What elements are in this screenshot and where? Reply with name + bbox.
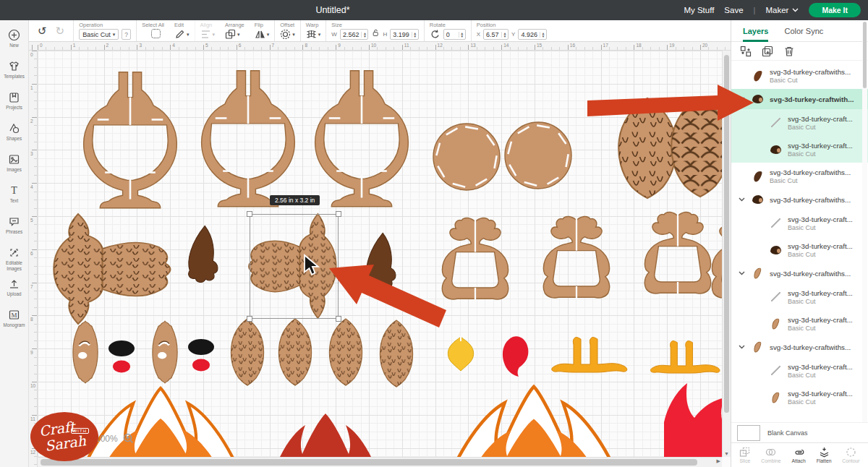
edit-button[interactable]: ▾ [174,29,190,40]
canvas-shape-bag-frame-2[interactable] [543,216,609,299]
warp-button[interactable]: ▾ [306,29,321,40]
layer-group-row[interactable]: svg-3d-turkey-craftwiths... [731,337,868,357]
delete-layer-icon[interactable] [783,46,795,57]
tab-color-sync[interactable]: Color Sync [784,20,823,42]
sidebar-item-shapes[interactable]: Shapes [0,119,29,150]
tab-layers[interactable]: Layers [743,20,768,42]
group-layers-icon[interactable] [740,46,752,57]
chevron-down-icon[interactable] [739,97,745,101]
sidebar-item-new[interactable]: New [0,26,29,57]
selection-handle-top-right[interactable] [336,211,341,217]
layer-row[interactable]: svg-3d-turkey-craft...Basic Cut [731,109,868,136]
canvas-shape-eye-black-2[interactable] [188,339,214,355]
canvas-shape-wing-1[interactable] [189,226,218,282]
canvas-shape-wing-2[interactable] [367,233,396,289]
flip-button[interactable]: ▾ [255,29,270,40]
layer-row[interactable]: svg-3d-turkey-craftwiths...Basic Cut [731,163,868,189]
sidebar-item-monogram[interactable]: M Monogram [0,306,29,337]
canvas-vertical-scrollbar[interactable]: ▼ [722,51,731,457]
operation-help-button[interactable]: ? [122,29,131,40]
slice-button[interactable]: Slice [739,447,750,463]
align-button[interactable]: ▾ [200,29,216,40]
layer-row[interactable]: svg-3d-turkey-craft...Basic Cut [731,236,868,263]
canvas-shape-scallop-body[interactable] [671,97,722,197]
canvas-shape-feather-small-1[interactable] [231,319,263,385]
blank-canvas-row[interactable]: Blank Canvas [731,422,868,442]
layer-row[interactable]: svg-3d-turkey-craft...Basic Cut [731,357,868,384]
my-stuff-link[interactable]: My Stuff [684,6,714,14]
canvas-shape-body-frame-2[interactable] [202,71,295,207]
canvas-shape-feather-small-3[interactable] [329,319,362,385]
width-stepper[interactable]: ▲▼ [361,32,367,38]
selection-handle-top-left[interactable] [247,211,252,217]
canvas-shape-bag-frame-partial[interactable] [712,216,722,299]
zoom-in-icon[interactable] [123,433,134,444]
sidebar-item-projects[interactable]: Projects [0,88,29,119]
width-input[interactable]: 2.562▲▼ [340,29,369,40]
height-input[interactable]: 3.199▲▼ [390,29,419,40]
canvas-shape-head-2[interactable] [153,321,177,383]
canvas-shape-red-flame[interactable] [664,383,722,457]
canvas-shape-tail-cluster-left[interactable] [54,214,170,324]
attach-button[interactable]: Attach [791,447,805,463]
y-stepper[interactable]: ▲▼ [540,32,546,38]
combine-button[interactable]: Combine [761,447,780,463]
rotate-icon[interactable] [430,29,441,40]
lock-icon[interactable] [371,28,380,37]
operation-select[interactable]: Basic Cut▾ [79,29,119,40]
canvas-shape-slot-circle-1[interactable] [433,124,500,190]
arrange-button[interactable]: ▾ [225,29,244,40]
rotate-input[interactable]: 0▲▼ [443,29,466,40]
sidebar-item-editable-images[interactable]: Editable Images [0,244,29,275]
offset-button[interactable]: ▾ [280,29,295,40]
layer-row[interactable]: svg-3d-turkey-craft...Basic Cut [731,210,868,236]
canvas-shape-wattle-dot-1[interactable] [113,361,130,373]
layer-group-row[interactable]: svg-3d-turkey-craftwiths... [731,263,868,283]
select-all-button[interactable] [151,29,161,38]
layer-row[interactable]: svg-3d-turkey-craft...Basic Cut [731,384,868,411]
machine-select[interactable]: Maker [765,6,799,14]
canvas-shape-head-1[interactable] [73,321,98,383]
canvas-shape-feather-small-4[interactable] [380,320,412,387]
canvas-shape-dark-red-flower[interactable] [271,414,380,457]
y-position-input[interactable]: 4.926▲▼ [518,29,547,40]
layer-row[interactable]: svg-3d-turkey-craftwiths...Basic Cut [731,62,868,89]
canvas-shape-beak[interactable] [448,336,473,371]
canvas-shape-body-frame-1[interactable] [84,72,177,208]
selection-box[interactable] [250,214,339,319]
canvas-shape-orange-flower-1[interactable] [79,388,243,457]
chevron-down-icon[interactable] [739,345,745,349]
selection-handle-bottom-right[interactable] [336,316,341,322]
contour-button[interactable]: Contour [842,447,859,463]
height-stepper[interactable]: ▲▼ [412,32,418,38]
canvas-shape-eye-black-1[interactable] [109,340,135,356]
layer-list-scrollbar[interactable]: ▼ [862,22,867,466]
sidebar-item-phrases[interactable]: Phrases [0,213,29,244]
sidebar-item-images[interactable]: Images [0,150,29,181]
canvas-shape-slot-circle-2[interactable] [505,122,571,189]
canvas-shape-feather-body-1[interactable] [618,98,676,198]
layer-row[interactable]: svg-3d-turkey-craft...Basic Cut [731,136,868,163]
make-it-button[interactable]: Make It [809,3,861,17]
canvas-shape-orange-flower-2[interactable] [446,387,621,457]
x-stepper[interactable]: ▲▼ [501,32,508,38]
layer-row[interactable]: svg-3d-turkey-craft...Basic Cut [731,283,868,310]
sidebar-item-templates[interactable]: Templates [0,57,29,88]
redo-button[interactable]: ↻ [56,25,65,38]
save-link[interactable]: Save [724,6,743,14]
sidebar-item-text[interactable]: T Text [0,181,29,213]
canvas-shape-bag-frame-1[interactable] [442,218,508,301]
layer-row[interactable]: svg-3d-turkey-craft...Basic Cut [731,310,868,337]
duplicate-layer-icon[interactable] [762,46,773,57]
canvas-shape-feet-2[interactable] [650,341,720,374]
canvas-shape-wattle[interactable] [503,336,528,377]
rotate-stepper[interactable]: ▲▼ [459,32,465,38]
layer-group-row[interactable]: svg-3d-turkey-craftwiths... [731,189,868,210]
sidebar-item-upload[interactable]: Upload [0,275,29,306]
chevron-down-icon[interactable] [739,271,745,275]
chevron-down-icon[interactable] [739,197,745,202]
selection-handle-bottom-left[interactable] [247,316,252,322]
blank-canvas-swatch[interactable] [737,425,760,441]
canvas-shape-bag-frame-3[interactable] [644,212,710,295]
flatten-button[interactable]: Flatten [817,447,832,463]
